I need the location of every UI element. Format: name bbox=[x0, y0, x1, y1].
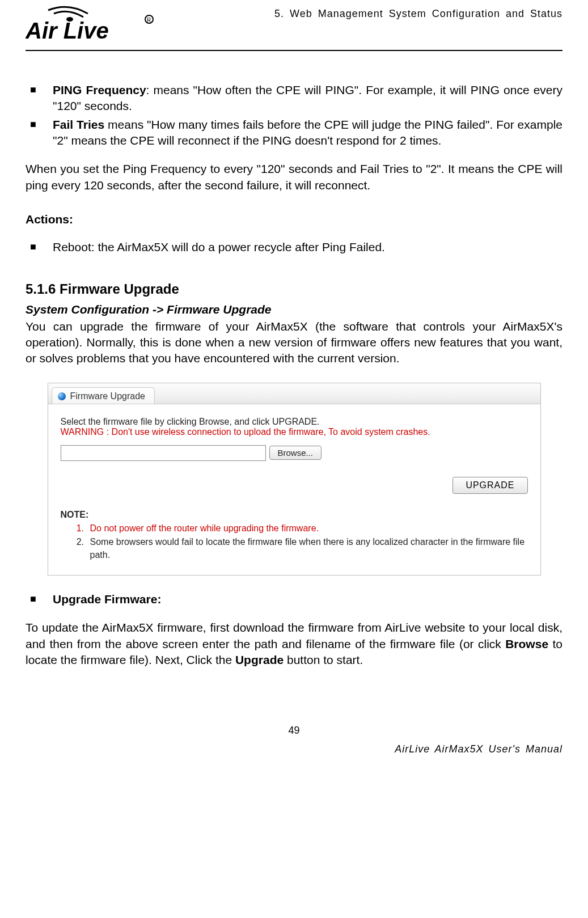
airlive-logo-icon: Air Live R bbox=[26, 6, 167, 45]
instruction-text: Select the firmware file by clicking Bro… bbox=[61, 417, 528, 427]
file-chooser-row: Browse... bbox=[61, 445, 528, 461]
chapter-title: 5. Web Management System Configuration a… bbox=[274, 6, 562, 20]
definition-list: PING Frequency: means "How often the CPE… bbox=[26, 82, 562, 149]
note-list: Do not power off the router while upgrad… bbox=[77, 522, 528, 561]
list-item: Upgrade Firmware: bbox=[26, 591, 562, 607]
list-item: PING Frequency: means "How often the CPE… bbox=[26, 82, 562, 115]
svg-text:Air Live: Air Live bbox=[26, 18, 109, 43]
breadcrumb: System Configuration -> Firmware Upgrade bbox=[26, 303, 562, 316]
warning-text: WARNING : Don't use wireless connection … bbox=[61, 427, 528, 437]
note-heading: NOTE: bbox=[61, 510, 528, 520]
firmware-upgrade-screenshot: Firmware Upgrade Select the firmware fil… bbox=[48, 383, 541, 576]
page-header: Air Live R 5. Web Management System Conf… bbox=[26, 6, 562, 48]
section-intro: You can upgrade the firmware of your Air… bbox=[26, 319, 562, 367]
note-item: Some browsers would fail to locate the f… bbox=[87, 536, 528, 561]
list-item: Reboot: the AirMax5X will do a power rec… bbox=[26, 239, 562, 255]
tab-label: Firmware Upgrade bbox=[70, 391, 145, 401]
firmware-file-input[interactable] bbox=[61, 445, 266, 461]
term: PING Frequency bbox=[53, 83, 146, 96]
upgrade-firmware-heading: Upgrade Firmware: bbox=[53, 593, 161, 606]
actions-list: Reboot: the AirMax5X will do a power rec… bbox=[26, 239, 562, 255]
tab-icon bbox=[58, 392, 66, 400]
section-heading: 5.1.6 Firmware Upgrade bbox=[26, 281, 562, 297]
action-reboot: Reboot: the AirMax5X will do a power rec… bbox=[53, 240, 385, 253]
upgrade-button[interactable]: UPGRADE bbox=[452, 477, 527, 494]
svg-text:R: R bbox=[147, 17, 151, 23]
example-paragraph: When you set the Ping Frequency to every… bbox=[26, 161, 562, 193]
tab-bar: Firmware Upgrade bbox=[48, 383, 540, 404]
upgrade-instructions: To update the AirMax5X firmware, first d… bbox=[26, 620, 562, 668]
page-footer: 49 AirLive AirMax5X User's Manual bbox=[26, 725, 562, 753]
brand-logo: Air Live R bbox=[26, 6, 167, 48]
note-item: Do not power off the router while upgrad… bbox=[87, 522, 528, 535]
header-rule bbox=[26, 50, 562, 51]
footer-manual-title: AirLive AirMax5X User's Manual bbox=[395, 743, 562, 755]
panel-body: Select the firmware file by clicking Bro… bbox=[48, 404, 540, 575]
browse-button[interactable]: Browse... bbox=[269, 446, 322, 460]
actions-heading: Actions: bbox=[26, 211, 562, 227]
upgrade-firmware-list: Upgrade Firmware: bbox=[26, 591, 562, 607]
list-item: Fail Tries means "How many times fails b… bbox=[26, 117, 562, 149]
definition-text: means "How many times fails before the C… bbox=[53, 118, 562, 147]
term: Fail Tries bbox=[53, 118, 104, 131]
page-number: 49 bbox=[26, 725, 562, 737]
upgrade-row: UPGRADE bbox=[61, 477, 528, 494]
tab-firmware-upgrade[interactable]: Firmware Upgrade bbox=[52, 387, 155, 404]
page-root: Air Live R 5. Web Management System Conf… bbox=[0, 0, 588, 776]
